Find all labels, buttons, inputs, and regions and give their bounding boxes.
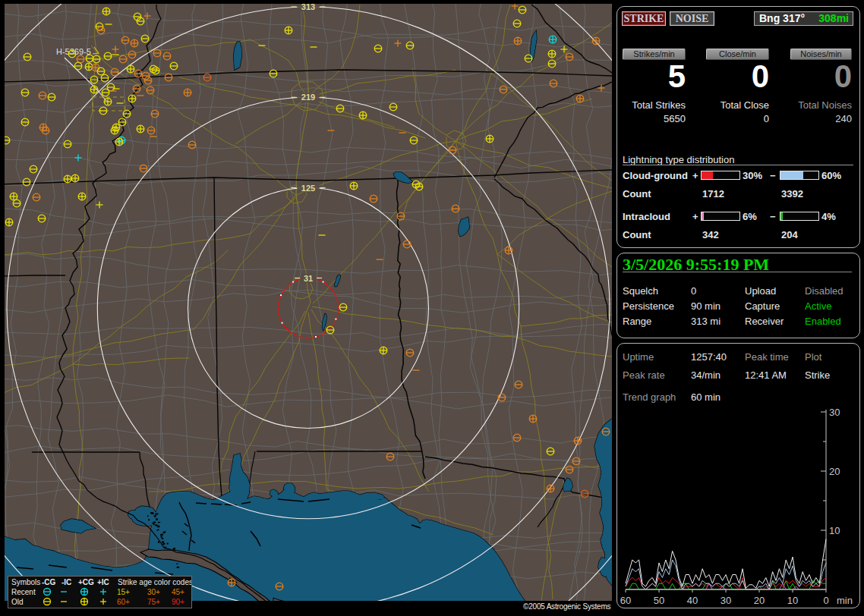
svg-text:+CG: +CG: [78, 578, 94, 586]
svg-text:125: 125: [301, 184, 315, 193]
svg-text:10: 10: [829, 525, 840, 536]
svg-text:50: 50: [654, 595, 664, 606]
svg-text:Recent: Recent: [11, 588, 36, 596]
svg-text:30: 30: [721, 595, 731, 606]
svg-text:Strike age color codes: Strike age color codes: [118, 578, 191, 586]
svg-text:-CG: -CG: [42, 578, 56, 586]
svg-text:10: 10: [787, 595, 798, 606]
svg-text:min: min: [837, 595, 853, 606]
svg-text:40: 40: [687, 595, 698, 606]
svg-text:Symbols: Symbols: [11, 578, 40, 586]
svg-text:219: 219: [301, 93, 315, 102]
svg-text:31: 31: [304, 274, 313, 283]
svg-text:20: 20: [754, 595, 765, 606]
svg-text:60: 60: [620, 595, 631, 606]
svg-text:75+: 75+: [147, 598, 160, 606]
svg-text:90+: 90+: [172, 598, 184, 606]
svg-text:Old: Old: [11, 598, 24, 606]
svg-text:30: 30: [829, 407, 840, 418]
svg-text:30+: 30+: [147, 588, 160, 596]
svg-text:20: 20: [829, 466, 840, 477]
svg-text:+IC: +IC: [97, 578, 109, 586]
svg-text:H-5369-5: H-5369-5: [56, 47, 91, 56]
svg-text:60+: 60+: [117, 598, 130, 606]
svg-text:15+: 15+: [117, 588, 130, 596]
svg-text:313: 313: [301, 4, 315, 11]
svg-text:-IC: -IC: [61, 578, 71, 586]
svg-text:45+: 45+: [172, 588, 184, 596]
svg-text:0: 0: [823, 595, 828, 606]
